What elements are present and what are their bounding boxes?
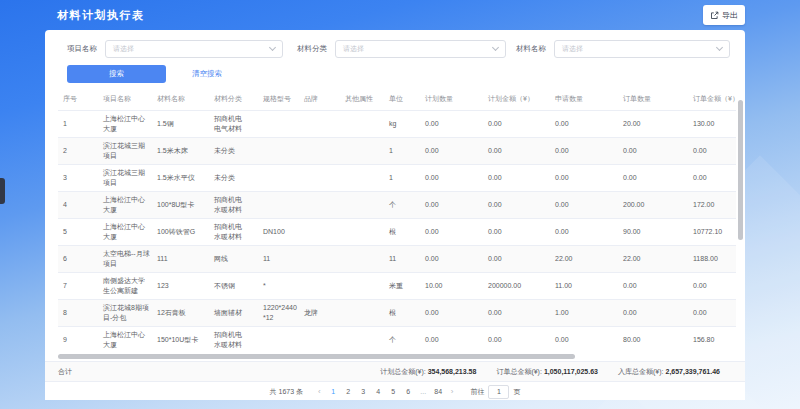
clear-search-link[interactable]: 清空搜索 <box>192 69 222 79</box>
table-cell: 1.5铜 <box>152 110 209 137</box>
table-cell: 100*8U型卡 <box>152 191 209 218</box>
table-cell <box>340 164 384 191</box>
search-button[interactable]: 搜索 <box>67 65 166 83</box>
table-cell: 22.00 <box>618 245 688 272</box>
table-cell: 3 <box>58 164 98 191</box>
table-cell: 11 <box>384 245 420 272</box>
table-cell: 0.00 <box>550 218 618 245</box>
table-cell: 滨江花城三期项目 <box>98 164 152 191</box>
table-row[interactable]: 5上海松江中心大厦100铸铁管G招商机电 水暖材料DN100根0.000.000… <box>58 218 736 245</box>
table-cell: 太空电梯--月球项目 <box>98 245 152 272</box>
table-cell: 南侧盛达大学生公寓新建 <box>98 272 152 299</box>
summary-row: 合计 计划总金额(¥):354,568,213.58 订单总金额(¥):1,05… <box>45 361 745 382</box>
filter-label-project-name: 项目名称 <box>67 44 97 54</box>
planned-total-label: 计划总金额(¥): <box>380 368 426 375</box>
table-cell: 0.00 <box>483 218 550 245</box>
vertical-scrollbar[interactable] <box>738 100 743 240</box>
table-cell: 滨江花城8期项目-分包 <box>98 299 152 326</box>
inbound-total-label: 入库总金额(¥): <box>618 368 664 375</box>
table-cell: 2 <box>58 137 98 164</box>
table-cell: 123 <box>152 272 209 299</box>
table-row[interactable]: 6太空电梯--月球项目111网线11110.000.0022.0022.0011… <box>58 245 736 272</box>
table-cell: 172.00 <box>688 191 736 218</box>
summary-total-label: 合计 <box>58 367 72 377</box>
table-cell: 130.00 <box>688 110 736 137</box>
table-cell: 1 <box>58 110 98 137</box>
table-row[interactable]: 3滨江花城三期项目1.5米水平仪未分类10.000.000.000.000.00 <box>58 164 736 191</box>
table-cell: 个 <box>384 326 420 353</box>
table-row[interactable]: 1上海松江中心大厦1.5铜招商机电 电气材料kg0.000.000.0020.0… <box>58 110 736 137</box>
table-row[interactable]: 7南侧盛达大学生公寓新建123不锈钢*米重10.00200000.0011.00… <box>58 272 736 299</box>
horizontal-scrollbar[interactable] <box>58 354 575 359</box>
table-cell: 未分类 <box>209 164 258 191</box>
goto-page-input[interactable] <box>488 385 509 399</box>
table-cell: kg <box>384 110 420 137</box>
page-number-button[interactable]: 5 <box>386 388 401 395</box>
table-header-cell: 单位 <box>384 88 420 110</box>
summary-items: 计划总金额(¥):354,568,213.58 订单总金额(¥):1,050,1… <box>380 367 720 377</box>
table-cell <box>299 245 340 272</box>
table-cell: 1220*2440*12 <box>258 299 299 326</box>
table-cell: 0.00 <box>420 299 483 326</box>
table-cell: 0.00 <box>550 191 618 218</box>
page-number-button[interactable]: 84 <box>431 388 446 395</box>
table-cell: 10772.10 <box>688 218 736 245</box>
material-category-select[interactable]: 请选择 <box>335 40 506 58</box>
table-cell <box>340 272 384 299</box>
table-cell <box>340 299 384 326</box>
table-header-cell: 申请数量 <box>550 88 618 110</box>
table-row[interactable]: 2滨江花城三期项目1.5米木床未分类10.000.000.000.000.00 <box>58 137 736 164</box>
pagination-total-count: 共 1673 条 <box>270 387 303 397</box>
table-cell: 0.00 <box>420 326 483 353</box>
table-header-cell: 品牌 <box>299 88 340 110</box>
sidebar-collapse-handle[interactable] <box>0 178 5 204</box>
table-header-cell: 材料分类 <box>209 88 258 110</box>
page-number-button[interactable]: 2 <box>341 388 356 395</box>
table-cell <box>299 191 340 218</box>
content-card: 项目名称 请选择 材料分类 请选择 材料名称 请选择 搜索 清空搜索 <box>45 30 745 400</box>
table-cell <box>258 191 299 218</box>
table-cell: 根 <box>384 299 420 326</box>
table-cell <box>299 326 340 353</box>
table-cell: 11 <box>258 245 299 272</box>
material-name-select[interactable]: 请选择 <box>554 40 730 58</box>
page-number-button[interactable]: 6 <box>401 388 416 395</box>
table-header-cell: 项目名称 <box>98 88 152 110</box>
table-cell: 156.80 <box>688 326 736 353</box>
export-button[interactable]: 导出 <box>703 5 745 25</box>
page-number-button[interactable]: 4 <box>371 388 386 395</box>
page-ellipsis: ... <box>416 388 431 395</box>
table-row[interactable]: 4上海松江中心大厦100*8U型卡招商机电 水暖材料个0.000.000.002… <box>58 191 736 218</box>
filter-label-material-name: 材料名称 <box>516 44 546 54</box>
next-page-button[interactable] <box>446 387 459 396</box>
export-label: 导出 <box>722 10 738 21</box>
prev-page-button[interactable] <box>313 387 326 396</box>
table-cell <box>340 191 384 218</box>
table-cell: 网线 <box>209 245 258 272</box>
table-row[interactable]: 8滨江花城8期项目-分包12石膏板墙面辅材1220*2440*12龙牌根0.00… <box>58 299 736 326</box>
table-cell: 11.00 <box>550 272 618 299</box>
table-cell: 100铸铁管G <box>152 218 209 245</box>
table-cell: 1.00 <box>550 299 618 326</box>
table-cell: 招商机电 水暖材料 <box>209 218 258 245</box>
table-cell: 0.00 <box>550 326 618 353</box>
table-cell <box>340 326 384 353</box>
table-header-cell: 其他属性 <box>340 88 384 110</box>
table-cell <box>258 137 299 164</box>
table-row[interactable]: 9上海松江中心大厦150*10U型卡招商机电 水暖材料个0.000.000.00… <box>58 326 736 353</box>
project-name-select[interactable]: 请选择 <box>105 40 283 58</box>
table-cell: 招商机电 水暖材料 <box>209 326 258 353</box>
table-cell <box>299 272 340 299</box>
table-cell: 招商机电 电气材料 <box>209 110 258 137</box>
table-cell: 0.00 <box>688 164 736 191</box>
table-cell <box>340 110 384 137</box>
page-number-button[interactable]: 3 <box>356 388 371 395</box>
table-cell <box>299 164 340 191</box>
table-cell: 根 <box>384 218 420 245</box>
planned-total-amount: 计划总金额(¥):354,568,213.58 <box>380 367 476 377</box>
table-cell: 0.00 <box>420 245 483 272</box>
table-cell: 111 <box>152 245 209 272</box>
table-cell: 1188.00 <box>688 245 736 272</box>
page-number-button[interactable]: 1 <box>326 388 341 395</box>
table-cell: 0.00 <box>688 299 736 326</box>
